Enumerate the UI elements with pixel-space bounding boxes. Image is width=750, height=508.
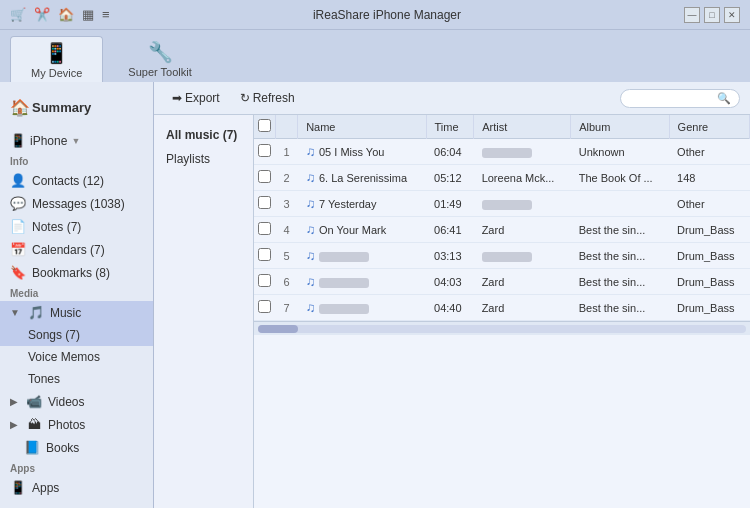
blurred-artist (482, 252, 532, 262)
music-note-icon: ♫ (306, 248, 319, 263)
toolbar: ➡ Export ↻ Refresh 🔍 (154, 82, 750, 115)
table-row: 2♫ 6. La Serenissima05:12Loreena Mck...T… (254, 165, 750, 191)
search-box[interactable]: 🔍 (620, 89, 740, 108)
row-genre: Drum_Bass (669, 243, 749, 269)
table-header-row: Name Time Artist Album Genre (254, 115, 750, 139)
table-row: 5♫ 03:13 Best the sin...Drum_Bass (254, 243, 750, 269)
search-icon: 🔍 (717, 92, 731, 105)
sidebar-item-videos[interactable]: ▶ 📹 Videos (0, 390, 153, 413)
table-row: 3♫ 7 Yesterday01:49 Other (254, 191, 750, 217)
table-row: 1♫ 05 I Miss You06:04 UnknownOther (254, 139, 750, 165)
sidebar-item-contacts[interactable]: 👤 Contacts (12) (0, 169, 153, 192)
tab-my-device[interactable]: 📱 My Device (10, 36, 103, 82)
music-panel: All music (7) Playlists (154, 115, 254, 508)
row-album: Best the sin... (571, 217, 669, 243)
col-genre: Genre (669, 115, 749, 139)
row-number: 7 (276, 295, 298, 321)
scrollbar-thumb[interactable] (258, 325, 298, 333)
sidebar-item-apps[interactable]: 📱 Apps (0, 476, 153, 499)
playlists-item[interactable]: Playlists (154, 147, 253, 171)
calendars-label: Calendars (7) (32, 243, 105, 257)
songs-table: Name Time Artist Album Genre 1♫ 05 I Mis… (254, 115, 750, 321)
sidebar: 🏠 Summary 📱 iPhone ▼ Info 👤 Contacts (12… (0, 82, 154, 508)
row-artist (474, 191, 571, 217)
minimize-button[interactable]: — (684, 7, 700, 23)
row-checkbox[interactable] (258, 144, 271, 157)
scissors-icon[interactable]: ✂️ (34, 7, 50, 22)
horizontal-scrollbar[interactable] (254, 321, 750, 335)
row-time: 06:04 (426, 139, 474, 165)
books-label: Books (46, 441, 79, 455)
contacts-label: Contacts (12) (32, 174, 104, 188)
row-artist: Loreena Mck... (474, 165, 571, 191)
export-icon: ➡ (172, 91, 182, 105)
bookmarks-icon: 🔖 (10, 265, 26, 280)
summary-label: Summary (32, 100, 91, 115)
row-name: ♫ 6. La Serenissima (298, 165, 426, 191)
tab-super-toolkit[interactable]: 🔧 Super Toolkit (108, 36, 211, 82)
window-controls[interactable]: — □ ✕ (684, 7, 740, 23)
home-icon[interactable]: 🏠 (58, 7, 74, 22)
sidebar-item-music[interactable]: ▼ 🎵 Music (0, 301, 153, 324)
close-button[interactable]: ✕ (724, 7, 740, 23)
row-checkbox[interactable] (258, 300, 271, 313)
app-title: iReaShare iPhone Manager (90, 8, 684, 22)
sidebar-item-calendars[interactable]: 📅 Calendars (7) (0, 238, 153, 261)
row-genre: Other (669, 139, 749, 165)
sidebar-item-notes[interactable]: 📄 Notes (7) (0, 215, 153, 238)
all-music-item[interactable]: All music (7) (154, 123, 253, 147)
blurred-name (319, 278, 369, 288)
export-button[interactable]: ➡ Export (164, 88, 228, 108)
search-input[interactable] (627, 92, 717, 104)
sidebar-item-messages[interactable]: 💬 Messages (1038) (0, 192, 153, 215)
row-artist: Zard (474, 269, 571, 295)
cart-icon[interactable]: 🛒 (10, 7, 26, 22)
photos-label: Photos (48, 418, 85, 432)
blurred-artist (482, 200, 532, 210)
maximize-button[interactable]: □ (704, 7, 720, 23)
row-genre: Drum_Bass (669, 295, 749, 321)
row-number: 1 (276, 139, 298, 165)
row-checkbox[interactable] (258, 274, 271, 287)
blurred-artist (482, 148, 532, 158)
sidebar-item-summary[interactable]: 🏠 Summary (0, 90, 153, 125)
sidebar-item-voice-memos[interactable]: Voice Memos (0, 346, 153, 368)
sidebar-item-photos[interactable]: ▶ 🏔 Photos (0, 413, 153, 436)
row-artist: Zard (474, 295, 571, 321)
select-all-checkbox[interactable] (258, 119, 271, 132)
col-album: Album (571, 115, 669, 139)
apps-section-label: Apps (0, 459, 153, 476)
videos-expand-icon: ▶ (10, 396, 18, 407)
row-genre: 148 (669, 165, 749, 191)
refresh-icon: ↻ (240, 91, 250, 105)
media-section-label: Media (0, 284, 153, 301)
calendars-icon: 📅 (10, 242, 26, 257)
row-checkbox[interactable] (258, 248, 271, 261)
sidebar-item-books[interactable]: 📘 Books (0, 436, 153, 459)
contacts-icon: 👤 (10, 173, 26, 188)
sidebar-item-bookmarks[interactable]: 🔖 Bookmarks (8) (0, 261, 153, 284)
messages-label: Messages (1038) (32, 197, 125, 211)
table-row: 7♫ 04:40ZardBest the sin...Drum_Bass (254, 295, 750, 321)
refresh-button[interactable]: ↻ Refresh (232, 88, 303, 108)
expand-icon: ▼ (10, 307, 20, 318)
row-number: 3 (276, 191, 298, 217)
sidebar-item-songs[interactable]: Songs (7) (0, 324, 153, 346)
apps-icon: 📱 (10, 480, 26, 495)
row-checkbox[interactable] (258, 222, 271, 235)
songs-table-container[interactable]: Name Time Artist Album Genre 1♫ 05 I Mis… (254, 115, 750, 508)
row-checkbox[interactable] (258, 170, 271, 183)
sidebar-device[interactable]: 📱 iPhone ▼ (0, 129, 153, 152)
row-checkbox[interactable] (258, 196, 271, 209)
music-note-icon: ♫ (306, 300, 319, 315)
sidebar-item-tones[interactable]: Tones (0, 368, 153, 390)
apps-label: Apps (32, 481, 59, 495)
notes-icon: 📄 (10, 219, 26, 234)
books-icon: 📘 (24, 440, 40, 455)
row-number: 5 (276, 243, 298, 269)
row-artist (474, 139, 571, 165)
blurred-name (319, 304, 369, 314)
music-note-icon: ♫ (306, 144, 319, 159)
row-time: 01:49 (426, 191, 474, 217)
row-album (571, 191, 669, 217)
